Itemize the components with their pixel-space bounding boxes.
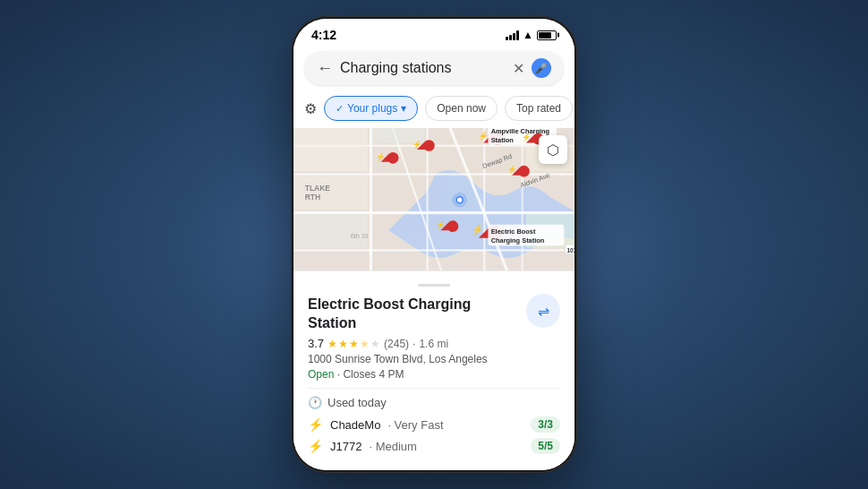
filter-chip-top-rated[interactable]: Top rated [505, 96, 573, 121]
svg-text:⚡: ⚡ [376, 152, 386, 162]
svg-rect-1 [294, 211, 574, 214]
charger-row-2: ⚡ J1772 · Medium 5/5 [308, 438, 560, 454]
svg-rect-8 [522, 128, 523, 270]
detail-panel: Electric Boost Charging Station ⇌ 3.7 ★ … [294, 270, 574, 470]
phone-frame: 4:12 ▲ ← Charging stations ✕ [291, 16, 577, 473]
star-3: ★ [349, 338, 359, 350]
svg-text:⚡: ⚡ [522, 133, 532, 142]
svg-text:⚡: ⚡ [413, 140, 422, 150]
star-4: ★ [360, 338, 370, 350]
status-icons: ▲ [506, 29, 557, 41]
navigate-button[interactable]: ⇌ [526, 294, 560, 328]
charger-row-1: ⚡ ChadeMo · Very Fast 3/3 [308, 416, 560, 433]
charger-speed-2: · Medium [369, 440, 416, 453]
place-address: 1000 Sunrise Town Blvd, Los Angeles [308, 353, 560, 365]
map-container[interactable]: 6th St Dewap Rd Aldvin Ave TLAKE RTH Alp… [294, 128, 574, 270]
charger-section: 🕐 Used today ⚡ ChadeMo · Very Fast 3/3 ⚡ [308, 388, 560, 454]
dropdown-icon: ▾ [401, 102, 406, 115]
review-count: (245) [384, 338, 409, 350]
charger-info-1: ⚡ ChadeMo · Very Fast [308, 417, 444, 432]
charger-availability-2: 5/5 [531, 438, 560, 454]
back-button[interactable]: ← [317, 59, 333, 78]
search-bar-container: ← Charging stations ✕ 🎤 [294, 46, 574, 92]
check-icon: ✓ [336, 103, 344, 115]
filter-adjust-icon[interactable]: ⚙ [304, 100, 317, 117]
status-bar: 4:12 ▲ [294, 19, 574, 46]
svg-text:TLAKE: TLAKE [305, 184, 331, 193]
svg-rect-5 [370, 128, 372, 270]
filter-chip-your-plugs[interactable]: ✓ Your plugs ▾ [324, 96, 418, 121]
status-time: 4:12 [311, 28, 336, 42]
star-5: ★ [370, 338, 380, 350]
filter-chip-label: Top rated [516, 102, 561, 115]
svg-rect-3 [294, 174, 574, 176]
bolt-icon-2: ⚡ [308, 439, 323, 453]
close-time: · Closes 4 PM [337, 368, 404, 381]
map-svg: 6th St Dewap Rd Aldvin Ave TLAKE RTH Alp… [294, 128, 574, 270]
mic-icon: 🎤 [535, 63, 548, 74]
svg-rect-12 [294, 128, 368, 171]
drag-handle [418, 284, 450, 287]
mic-button[interactable]: 🎤 [532, 58, 551, 78]
filters-row: ⚙ ✓ Your plugs ▾ Open now Top rated [294, 92, 574, 128]
charger-name-1: ChadeMo [330, 418, 380, 432]
signal-icon [506, 30, 519, 40]
phone-screen: 4:12 ▲ ← Charging stations ✕ [294, 19, 574, 470]
place-name: Electric Boost Charging Station [308, 296, 519, 333]
star-1: ★ [328, 338, 337, 350]
svg-point-24 [457, 198, 462, 202]
filter-chip-label: Open now [437, 102, 486, 115]
distance-value: 1.6 mi [419, 338, 448, 350]
distance: · [413, 338, 415, 350]
svg-text:⚡: ⚡ [436, 220, 446, 230]
stars: ★ ★ ★ ★ ★ [328, 338, 380, 350]
navigate-icon: ⇌ [538, 303, 549, 320]
rating-row: 3.7 ★ ★ ★ ★ ★ (245) · 1.6 mi [308, 337, 560, 350]
open-status: Open · Closes 4 PM [308, 368, 560, 381]
rating-number: 3.7 [308, 337, 324, 350]
used-today-text: Used today [328, 396, 387, 409]
svg-text:⚡: ⚡ [507, 165, 517, 175]
open-label: Open [308, 368, 334, 381]
charger-info-2: ⚡ J1772 · Medium [308, 439, 417, 453]
charger-name-2: J1772 [330, 440, 362, 453]
clock-icon: 🕐 [308, 396, 322, 409]
map-layer-button[interactable]: ⬡ [539, 135, 567, 164]
svg-text:⚡: ⚡ [478, 131, 489, 142]
battery-icon [537, 30, 557, 40]
filter-chip-label: Your plugs [347, 102, 397, 115]
charger-availability-1: 3/3 [531, 416, 560, 433]
used-today: 🕐 Used today [308, 396, 560, 409]
svg-rect-15 [294, 214, 368, 247]
svg-text:Electric Boost: Electric Boost [491, 227, 536, 236]
filter-chip-open-now[interactable]: Open now [425, 96, 498, 121]
detail-header: Electric Boost Charging Station ⇌ [308, 296, 560, 333]
search-query: Charging stations [340, 60, 506, 76]
search-bar: ← Charging stations ✕ 🎤 [304, 51, 564, 85]
clear-button[interactable]: ✕ [513, 60, 524, 77]
svg-rect-7 [483, 128, 485, 270]
svg-text:Station: Station [491, 136, 515, 144]
svg-text:101: 101 [567, 247, 574, 253]
charger-speed-1: · Very Fast [387, 418, 443, 432]
bolt-icon-1: ⚡ [308, 417, 323, 432]
svg-text:RTH: RTH [305, 193, 320, 202]
svg-text:⚡: ⚡ [472, 224, 484, 236]
layer-icon: ⬡ [547, 142, 559, 159]
wifi-icon: ▲ [523, 29, 533, 41]
svg-text:Charging Station: Charging Station [491, 236, 545, 244]
star-2: ★ [338, 338, 348, 350]
